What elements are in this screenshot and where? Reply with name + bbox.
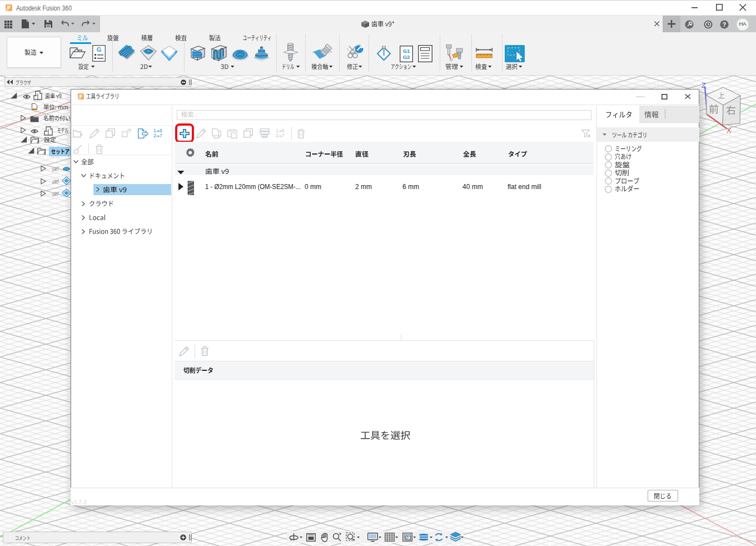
svg-text:G2: G2 bbox=[403, 54, 410, 60]
svg-text:?: ? bbox=[723, 22, 726, 28]
svg-text:G1: G1 bbox=[403, 48, 410, 54]
svg-text:G: G bbox=[97, 46, 102, 53]
